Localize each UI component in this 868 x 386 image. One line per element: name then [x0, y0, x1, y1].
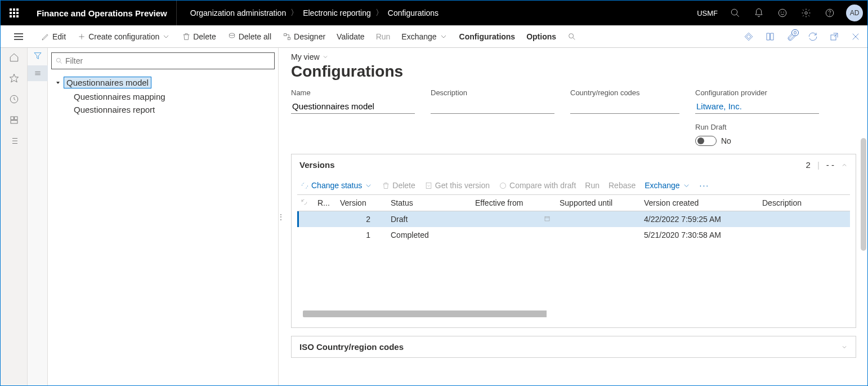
cell-created: 4/22/2022 7:59:25 AM	[641, 211, 759, 228]
col-description[interactable]: Description	[759, 195, 850, 211]
favorites-rail-button[interactable]	[9, 73, 19, 85]
refresh-button[interactable]	[806, 32, 820, 42]
hamburger-button[interactable]	[5, 33, 32, 40]
run-draft-toggle[interactable]	[695, 136, 717, 146]
tree-filter-input-wrap	[51, 52, 275, 69]
version-run-button: Run	[585, 181, 599, 190]
gear-icon	[801, 8, 811, 18]
name-input[interactable]	[291, 99, 415, 114]
table-row[interactable]: 2 Draft 4/22/2022 7:59:25 AM	[297, 211, 850, 228]
col-created[interactable]: Version created	[641, 195, 759, 211]
splitter-handle[interactable]: ⋮	[279, 48, 283, 385]
open-button[interactable]	[763, 32, 777, 42]
trash-icon	[182, 32, 191, 41]
action-bar: Edit Create configuration Delete Delete …	[1, 25, 867, 48]
svg-marker-34	[34, 53, 41, 59]
svg-rect-27	[11, 121, 17, 123]
user-avatar[interactable]: AD	[846, 5, 863, 21]
col-supported[interactable]: Supported until	[556, 195, 641, 211]
svg-point-15	[569, 33, 574, 38]
exchange-button[interactable]: Exchange	[399, 32, 450, 41]
view-selector[interactable]: My view	[291, 52, 856, 61]
col-status[interactable]: Status	[387, 195, 472, 211]
delete-button[interactable]: Delete	[180, 32, 218, 41]
delete-all-button[interactable]: Delete all	[225, 32, 274, 41]
version-exchange-button[interactable]: Exchange	[645, 181, 690, 190]
chevron-up-icon	[841, 162, 848, 168]
modules-rail-button[interactable]	[9, 136, 19, 148]
notifications-button[interactable]	[747, 1, 771, 25]
grid-refresh-header[interactable]	[297, 195, 314, 211]
popout-button[interactable]	[827, 32, 842, 42]
provider-field: Configuration provider Run Draft No	[695, 88, 819, 146]
svg-marker-18	[746, 34, 751, 39]
waffle-icon	[10, 8, 19, 17]
name-field: Name	[291, 88, 415, 146]
list-toggle-button[interactable]	[28, 65, 48, 81]
options-button[interactable]: Options	[524, 32, 558, 41]
edit-button[interactable]: Edit	[39, 32, 68, 41]
tree-item-questionnaires-report[interactable]: Questionnaires report	[51, 103, 275, 116]
provider-input[interactable]	[695, 99, 819, 114]
breadcrumb-item[interactable]: Configurations	[388, 8, 439, 17]
cell-effective	[472, 227, 556, 243]
description-input[interactable]	[431, 99, 554, 114]
recent-rail-button[interactable]	[9, 94, 19, 106]
search-button[interactable]	[723, 1, 747, 25]
home-icon	[9, 52, 19, 63]
filter-rail-button[interactable]	[33, 51, 42, 62]
designer-button[interactable]: Designer	[280, 32, 328, 41]
tree-item-questionnaires-model[interactable]: Questionnaires model	[51, 75, 275, 90]
section-header-meta: 2 | - -	[806, 160, 848, 170]
chevron-down-icon	[322, 54, 329, 60]
close-button[interactable]	[848, 32, 863, 42]
run-button: Run	[374, 32, 393, 41]
change-status-button[interactable]: Change status	[301, 181, 373, 190]
validate-button[interactable]: Validate	[334, 32, 367, 41]
grid-header-row: R... Version Status Effective from Suppo…	[297, 195, 850, 211]
cell-status: Completed	[387, 227, 472, 243]
designer-icon	[283, 32, 292, 41]
settings-button[interactable]	[794, 1, 818, 25]
diamond-button[interactable]	[741, 32, 756, 42]
help-button[interactable]	[818, 1, 842, 25]
iso-section-header[interactable]: ISO Country/region codes	[292, 336, 856, 357]
svg-rect-42	[545, 217, 549, 221]
svg-line-16	[573, 38, 575, 39]
workspaces-rail-button[interactable]	[9, 115, 19, 127]
pencil-icon	[41, 32, 50, 41]
action-bar-right: 0	[741, 32, 863, 42]
calendar-icon	[544, 215, 551, 222]
country-field: Country/region codes	[570, 88, 679, 146]
col-version[interactable]: Version	[337, 195, 387, 211]
left-rail	[1, 48, 28, 385]
col-r[interactable]: R...	[314, 195, 337, 211]
svg-line-39	[60, 62, 62, 64]
versions-section-header[interactable]: Versions 2 | - -	[292, 154, 856, 175]
find-button[interactable]	[565, 32, 579, 41]
table-row[interactable]: 1 Completed 5/21/2020 7:30:58 AM	[297, 227, 850, 243]
cell-version: 1	[337, 227, 387, 243]
get-version-button: Get this version	[424, 181, 490, 190]
country-input[interactable]	[570, 99, 679, 114]
breadcrumb-item[interactable]: Electronic reporting	[303, 8, 371, 17]
app-launcher-button[interactable]	[1, 1, 28, 25]
attachments-button[interactable]: 0	[784, 32, 799, 42]
search-icon	[730, 8, 740, 18]
cell-description	[759, 211, 850, 228]
create-config-button[interactable]: Create configuration	[75, 32, 173, 41]
chevron-down-icon	[364, 181, 373, 190]
company-code[interactable]: USMF	[691, 9, 723, 17]
vertical-scrollbar[interactable]	[861, 138, 866, 251]
configurations-button[interactable]: Configurations	[457, 32, 518, 41]
horizontal-scrollbar[interactable]	[303, 310, 844, 317]
home-rail-button[interactable]	[9, 52, 19, 64]
col-effective[interactable]: Effective from	[472, 195, 556, 211]
tree-filter-input[interactable]	[65, 56, 271, 65]
more-button[interactable]: ···	[700, 181, 710, 190]
tree-item-questionnaires-mapping[interactable]: Questionnaires mapping	[51, 90, 275, 103]
feedback-button[interactable]	[771, 1, 794, 25]
breadcrumb-item[interactable]: Organization administration	[190, 8, 286, 17]
lines-icon	[33, 69, 42, 78]
popout-icon	[829, 32, 839, 42]
